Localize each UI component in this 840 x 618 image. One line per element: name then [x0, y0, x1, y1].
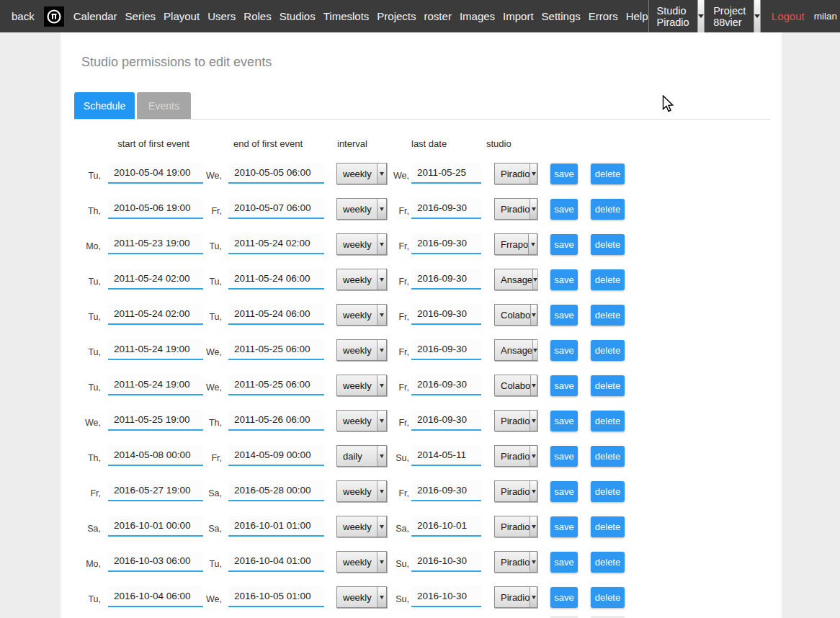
- interval-select-arrow-icon[interactable]: [377, 340, 386, 360]
- nav-item-images[interactable]: Images: [460, 10, 495, 22]
- interval-select-arrow-icon[interactable]: [377, 446, 386, 466]
- nav-item-studios[interactable]: Studios: [280, 10, 316, 22]
- end-datetime-input[interactable]: 2016-10-05 01:00: [228, 586, 324, 607]
- end-datetime-input[interactable]: 2014-05-09 00:00: [228, 445, 324, 466]
- start-datetime-input[interactable]: 2011-05-24 02:00: [108, 304, 203, 325]
- interval-select[interactable]: weekly: [336, 375, 387, 396]
- save-button[interactable]: save: [550, 164, 578, 184]
- save-button[interactable]: save: [550, 375, 578, 396]
- studio-row-select-arrow-icon[interactable]: [530, 446, 537, 466]
- last-date-input[interactable]: 2016-10-01: [411, 516, 481, 537]
- nav-item-timeslots[interactable]: Timeslots: [323, 10, 370, 22]
- studio-row-select[interactable]: Piradio: [494, 480, 537, 502]
- studio-row-select[interactable]: Colabo: [494, 375, 537, 396]
- logout-link[interactable]: Logout: [772, 10, 805, 22]
- nav-item-errors[interactable]: Errors: [589, 10, 618, 22]
- last-date-input[interactable]: 2016-09-30: [411, 410, 481, 431]
- last-date-input[interactable]: 2016-09-30: [411, 269, 481, 290]
- nav-back-link[interactable]: back: [12, 10, 35, 22]
- last-date-input[interactable]: 2016-09-30: [411, 198, 481, 219]
- pi-radio-logo-icon[interactable]: [44, 6, 64, 27]
- interval-select-arrow-icon[interactable]: [377, 305, 386, 325]
- start-datetime-input[interactable]: 2011-05-24 19:00: [108, 339, 203, 360]
- studio-row-select-arrow-icon[interactable]: [530, 305, 537, 325]
- nav-item-calendar[interactable]: Calendar: [73, 10, 117, 22]
- save-button[interactable]: save: [550, 269, 578, 290]
- interval-select[interactable]: weekly: [336, 516, 387, 537]
- nav-item-playout[interactable]: Playout: [164, 10, 200, 22]
- last-date-input[interactable]: 2011-05-25: [411, 163, 481, 184]
- delete-button[interactable]: delete: [591, 552, 625, 573]
- save-button[interactable]: save: [550, 234, 578, 255]
- studio-row-select[interactable]: Ansage: [494, 269, 537, 290]
- studio-row-select[interactable]: Frrapo: [494, 233, 537, 255]
- last-date-input[interactable]: 2016-09-30: [411, 304, 481, 325]
- studio-row-select-arrow-icon[interactable]: [530, 552, 537, 572]
- nav-item-projects[interactable]: Projects: [377, 10, 416, 22]
- start-datetime-input[interactable]: 2011-05-24 02:00: [108, 269, 203, 290]
- start-datetime-input[interactable]: 2016-10-04 06:00: [108, 586, 203, 607]
- start-datetime-input[interactable]: 2010-05-06 19:00: [108, 198, 203, 219]
- interval-select-arrow-icon[interactable]: [377, 164, 386, 184]
- delete-button[interactable]: delete: [591, 481, 625, 502]
- studio-row-select-arrow-icon[interactable]: [530, 411, 537, 431]
- delete-button[interactable]: delete: [591, 516, 625, 537]
- studio-row-select[interactable]: Ansage: [494, 339, 537, 361]
- studio-row-select-arrow-icon[interactable]: [530, 516, 537, 537]
- last-date-input[interactable]: 2016-10-30: [411, 586, 481, 607]
- save-button[interactable]: save: [550, 340, 578, 361]
- delete-button[interactable]: delete: [591, 446, 625, 467]
- interval-select-arrow-icon[interactable]: [377, 516, 386, 537]
- start-datetime-input[interactable]: 2011-05-23 19:00: [108, 233, 203, 254]
- studio-row-select[interactable]: Piradio: [494, 198, 537, 220]
- delete-button[interactable]: delete: [591, 340, 625, 361]
- studio-row-select[interactable]: Piradio: [494, 551, 537, 573]
- interval-select[interactable]: weekly: [336, 410, 387, 431]
- end-datetime-input[interactable]: 2010-05-05 06:00: [228, 163, 324, 184]
- interval-select-arrow-icon[interactable]: [377, 481, 386, 501]
- studio-row-select-arrow-icon[interactable]: [530, 481, 537, 501]
- project-select[interactable]: Project 88vier: [709, 0, 761, 32]
- interval-select[interactable]: weekly: [336, 233, 387, 255]
- studio-row-select-arrow-icon[interactable]: [530, 375, 537, 395]
- save-button[interactable]: save: [550, 199, 578, 220]
- interval-select[interactable]: weekly: [336, 163, 387, 184]
- save-button[interactable]: save: [550, 516, 578, 537]
- nav-item-import[interactable]: Import: [503, 10, 534, 22]
- end-datetime-input[interactable]: 2011-05-24 02:00: [228, 233, 324, 254]
- nav-item-users[interactable]: Users: [207, 10, 236, 22]
- interval-select-arrow-icon[interactable]: [377, 375, 386, 395]
- delete-button[interactable]: delete: [591, 587, 625, 608]
- end-datetime-input[interactable]: 2011-05-26 06:00: [228, 410, 324, 431]
- interval-select-arrow-icon[interactable]: [377, 587, 386, 607]
- studio-row-select[interactable]: Piradio: [494, 445, 537, 467]
- tab-events[interactable]: Events: [137, 92, 191, 119]
- end-datetime-input[interactable]: 2011-05-25 06:00: [228, 339, 324, 360]
- nav-item-roster[interactable]: roster: [424, 10, 452, 22]
- interval-select[interactable]: weekly: [336, 304, 387, 326]
- last-date-input[interactable]: 2016-09-30: [411, 339, 481, 360]
- nav-item-help[interactable]: Help: [626, 10, 648, 22]
- tab-schedule[interactable]: Schedule: [74, 92, 135, 119]
- studio-row-select[interactable]: Colabo: [494, 304, 537, 326]
- interval-select[interactable]: weekly: [336, 586, 387, 608]
- end-datetime-input[interactable]: 2016-10-01 01:00: [228, 516, 324, 537]
- delete-button[interactable]: delete: [591, 269, 625, 290]
- end-datetime-input[interactable]: 2016-10-04 01:00: [228, 551, 324, 572]
- studio-row-select-arrow-icon[interactable]: [532, 340, 537, 360]
- studio-select[interactable]: Studio Piradio: [653, 0, 705, 32]
- start-datetime-input[interactable]: 2016-05-27 19:00: [108, 480, 203, 501]
- last-date-input[interactable]: 2016-09-30: [411, 480, 481, 501]
- save-button[interactable]: save: [550, 446, 578, 467]
- end-datetime-input[interactable]: 2011-05-24 06:00: [228, 269, 324, 290]
- save-button[interactable]: save: [550, 481, 578, 502]
- interval-select-arrow-icon[interactable]: [377, 269, 386, 290]
- project-select-arrow-icon[interactable]: [754, 0, 761, 32]
- interval-select[interactable]: weekly: [336, 551, 387, 573]
- nav-item-settings[interactable]: Settings: [542, 10, 581, 22]
- start-datetime-input[interactable]: 2010-05-04 19:00: [108, 163, 203, 184]
- interval-select-arrow-icon[interactable]: [377, 411, 386, 431]
- delete-button[interactable]: delete: [591, 411, 625, 431]
- delete-button[interactable]: delete: [591, 305, 625, 326]
- start-datetime-input[interactable]: 2016-10-01 00:00: [108, 516, 203, 537]
